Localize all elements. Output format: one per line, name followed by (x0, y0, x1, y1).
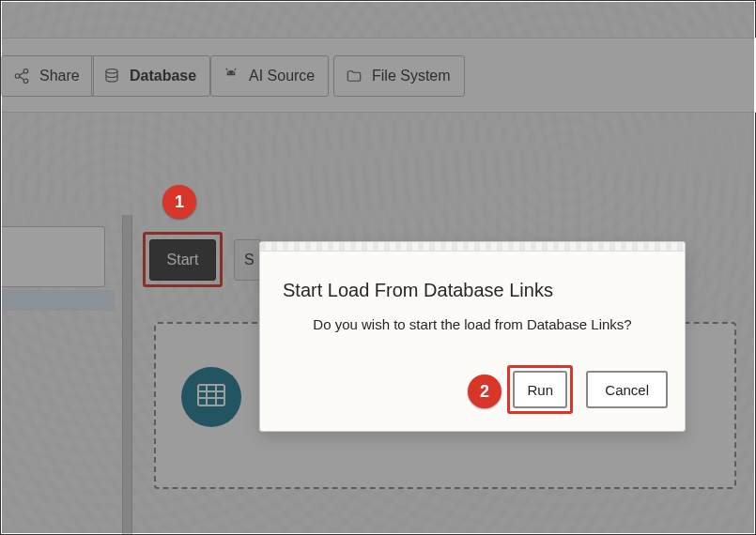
cancel-button-label: Cancel (605, 382, 649, 398)
svg-point-0 (15, 74, 20, 79)
dialog-body: Start Load From Database Links Do you wi… (260, 252, 685, 332)
table-icon (197, 384, 225, 410)
start-button-label: Start (167, 252, 199, 268)
sidebar-selected-stripe (2, 290, 115, 311)
toolbar-share-label: Share (39, 68, 80, 84)
svg-line-7 (235, 69, 237, 70)
svg-line-6 (226, 69, 228, 70)
annotation-badge-2-label: 2 (480, 382, 489, 402)
toolbar-database[interactable]: Database (91, 55, 210, 97)
annotation-badge-1: 1 (162, 185, 196, 219)
start-button[interactable]: Start (149, 239, 216, 281)
data-table-node[interactable] (181, 367, 241, 427)
dialog-message: Do you wish to start the load from Datab… (283, 316, 662, 332)
dialog-button-row: Run Cancel (507, 365, 668, 414)
app-frame: Share Database AI Source File System S (0, 0, 756, 535)
folder-icon (346, 68, 363, 84)
svg-point-5 (233, 72, 234, 73)
annotation-badge-1-label: 1 (175, 192, 184, 212)
toolbar: Share Database AI Source File System (2, 38, 756, 113)
secondary-button-label: S (244, 252, 255, 268)
run-button-label: Run (528, 382, 554, 398)
dialog-title: Start Load From Database Links (283, 280, 662, 301)
database-icon (103, 68, 120, 84)
secondary-button-peek[interactable]: S (234, 239, 262, 281)
annotation-highlight-start: Start (143, 232, 223, 287)
sidebar-box (2, 226, 105, 287)
toolbar-aisource[interactable]: AI Source (210, 55, 329, 97)
annotation-badge-2: 2 (468, 374, 501, 408)
svg-point-4 (228, 72, 229, 73)
svg-point-3 (106, 69, 117, 74)
dialog-drag-handle[interactable] (260, 242, 685, 252)
toolbar-filesystem[interactable]: File System (333, 55, 465, 97)
run-button[interactable]: Run (513, 371, 567, 408)
annotation-highlight-run: Run (507, 365, 573, 414)
cancel-button[interactable]: Cancel (586, 371, 668, 408)
toolbar-share[interactable]: Share (1, 55, 94, 97)
toolbar-aisource-label: AI Source (249, 68, 315, 84)
toolbar-database-label: Database (130, 68, 196, 84)
svg-point-1 (23, 69, 28, 74)
android-icon (223, 68, 239, 84)
svg-rect-8 (198, 385, 224, 405)
svg-point-2 (23, 79, 28, 84)
vertical-divider[interactable] (122, 215, 132, 534)
share-icon (13, 68, 30, 84)
toolbar-filesystem-label: File System (372, 68, 451, 84)
